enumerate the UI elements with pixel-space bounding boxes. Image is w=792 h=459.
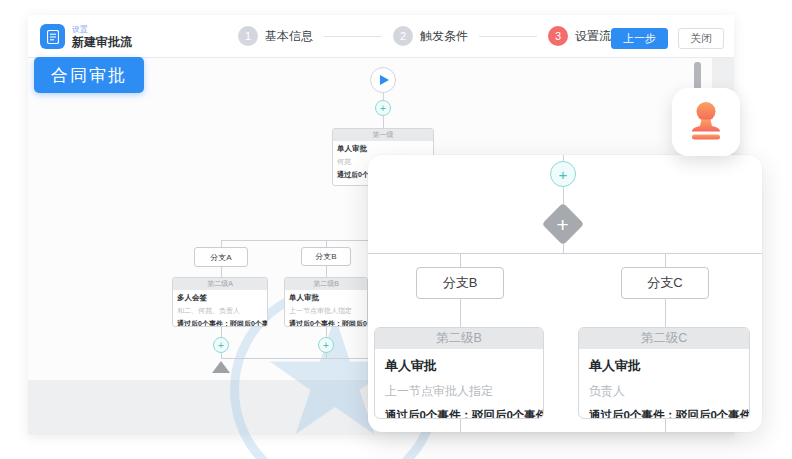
connector-line bbox=[665, 253, 666, 267]
connector-line bbox=[221, 267, 222, 277]
connector-line bbox=[383, 93, 384, 100]
flow-name-label: 合同审批 bbox=[51, 64, 127, 87]
level2a-card-header: 第二级A bbox=[173, 278, 267, 290]
stamp-icon bbox=[687, 101, 725, 143]
branch-b-label: 分支B bbox=[315, 251, 336, 262]
prev-step-button[interactable]: 上一步 bbox=[611, 28, 668, 49]
start-node[interactable] bbox=[370, 67, 396, 93]
connector-line bbox=[326, 240, 327, 247]
collapse-triangle-icon[interactable] bbox=[212, 361, 230, 373]
page-title: 新建审批流 bbox=[72, 35, 132, 49]
level2b-card-header: 第二级B bbox=[375, 328, 543, 349]
plus-icon: + bbox=[323, 340, 329, 351]
approver-rule: 负责人 bbox=[589, 383, 739, 400]
connector-line bbox=[563, 243, 564, 253]
play-icon bbox=[380, 75, 389, 85]
branch-a-label: 分支A bbox=[210, 252, 231, 263]
approval-type: 单人审批 bbox=[385, 357, 533, 375]
events-summary: 通过后0个事件；驳回后0个事件 bbox=[385, 408, 533, 419]
breadcrumb: 设置 bbox=[72, 25, 132, 35]
stamp-card bbox=[672, 88, 740, 156]
step-basic-info[interactable]: 1 基本信息 bbox=[238, 26, 313, 46]
connector-line bbox=[221, 240, 222, 247]
step-3-number: 3 bbox=[548, 26, 568, 46]
gateway-node[interactable]: + bbox=[542, 203, 584, 245]
close-button[interactable]: 关闭 bbox=[678, 28, 724, 49]
add-node-button[interactable]: + bbox=[375, 100, 391, 116]
level2b-card[interactable]: 第二级B 单人审批 上一节点审批人指定 通过后0个事件；驳回后0个事件 bbox=[284, 277, 368, 327]
level2c-card[interactable]: 第二级C 单人审批 负责人 通过后0个事件；驳回后0个事件 bbox=[578, 327, 750, 419]
step-2-label: 触发条件 bbox=[420, 28, 468, 45]
connector-line bbox=[326, 266, 327, 277]
zoomed-flow-panel: + + 分支B 分支C 第二级B 单人审批 上一节点审批人指定 通过后0个事件；… bbox=[368, 155, 762, 432]
plus-icon: + bbox=[559, 166, 568, 183]
page: 设置 新建审批流 1 基本信息 2 触发条件 3 设置流程 bbox=[0, 0, 792, 459]
branch-b-node[interactable]: 分支B bbox=[416, 267, 504, 299]
events-summary: 通过后0个事件；驳回后0个事件 bbox=[589, 408, 739, 419]
branch-c-node[interactable]: 分支C bbox=[621, 267, 709, 299]
approval-type: 多人会签 bbox=[177, 293, 263, 303]
branch-line bbox=[368, 253, 762, 254]
add-node-button[interactable]: + bbox=[550, 161, 576, 187]
approval-type: 单人审批 bbox=[337, 144, 429, 154]
wizard-steps: 1 基本信息 2 触发条件 3 设置流程 bbox=[238, 26, 623, 46]
level2b-card-header: 第二级B bbox=[285, 278, 367, 290]
connector-line bbox=[460, 253, 461, 267]
approver-rule: 上一节点审批人指定 bbox=[385, 383, 533, 400]
connector-line bbox=[460, 419, 461, 432]
plus-icon: + bbox=[380, 103, 386, 114]
connector-line bbox=[326, 327, 327, 337]
approval-app-icon bbox=[40, 24, 65, 49]
branch-b-label: 分支B bbox=[443, 274, 478, 292]
step-trigger-condition[interactable]: 2 触发条件 bbox=[393, 26, 468, 46]
level2b-card[interactable]: 第二级B 单人审批 上一节点审批人指定 通过后0个事件；驳回后0个事件 bbox=[374, 327, 544, 419]
connector-line bbox=[665, 419, 666, 432]
document-icon bbox=[47, 30, 59, 44]
step-connector bbox=[479, 36, 537, 37]
plus-icon: + bbox=[218, 340, 224, 351]
add-node-button[interactable]: + bbox=[213, 337, 229, 353]
branch-b-node[interactable]: 分支B bbox=[301, 247, 351, 266]
app-identity: 设置 新建审批流 bbox=[40, 24, 132, 49]
topbar: 设置 新建审批流 1 基本信息 2 触发条件 3 设置流程 bbox=[28, 15, 734, 58]
connector-line bbox=[383, 116, 384, 128]
connector-line bbox=[221, 327, 222, 337]
level2c-card-header: 第二级C bbox=[579, 328, 749, 349]
level2a-card[interactable]: 第二级A 多人会签 和二、何苑、负责人 通过后0个事件；驳回后0个事件 bbox=[172, 277, 268, 327]
approver-names: 和二、何苑、负责人 bbox=[177, 306, 263, 316]
branch-c-label: 分支C bbox=[647, 274, 682, 292]
approver-rule: 上一节点审批人指定 bbox=[289, 306, 363, 316]
events-summary: 通过后0个事件；驳回后0个事件 bbox=[289, 319, 363, 327]
gateway-plus-icon: + bbox=[557, 213, 569, 234]
approval-type: 单人审批 bbox=[589, 357, 739, 375]
events-summary: 通过后0个事件；驳回后0个事件 bbox=[177, 319, 263, 327]
step-2-number: 2 bbox=[393, 26, 413, 46]
step-connector bbox=[324, 36, 382, 37]
step-1-label: 基本信息 bbox=[265, 28, 313, 45]
flow-name-tag: 合同审批 bbox=[34, 57, 144, 93]
approval-type: 单人审批 bbox=[289, 293, 363, 303]
connector-line bbox=[665, 299, 666, 327]
step-1-number: 1 bbox=[238, 26, 258, 46]
branch-a-node[interactable]: 分支A bbox=[194, 247, 248, 267]
level1-card-header: 第一级 bbox=[333, 129, 433, 141]
add-node-button[interactable]: + bbox=[318, 337, 334, 353]
connector-line bbox=[460, 299, 461, 327]
